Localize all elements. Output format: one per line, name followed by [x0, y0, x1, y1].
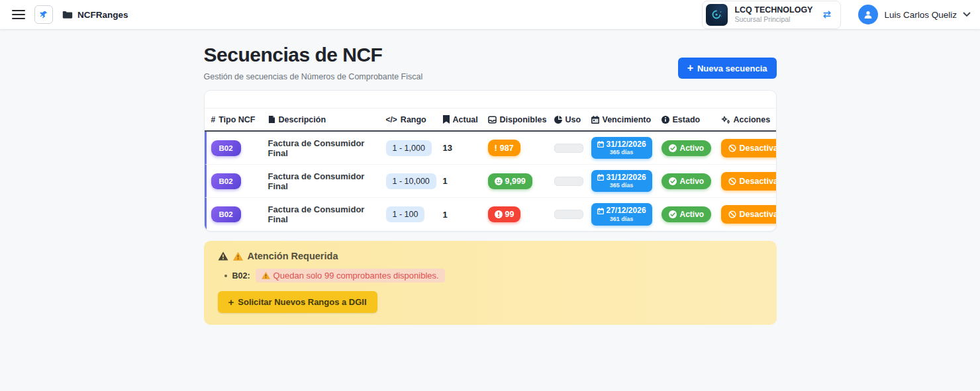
disponibles-badge: 9,999 [488, 173, 532, 189]
check-circle-icon [669, 177, 677, 185]
rango-pill: 1 - 1,000 [386, 140, 432, 156]
warning-emoji-icon [262, 272, 270, 279]
disponibles-badge: ! 987 [488, 140, 520, 156]
header-actual: Actual [443, 115, 488, 124]
check-circle-icon [669, 144, 677, 152]
inbox-icon [488, 116, 497, 124]
descripcion-cell: Factura de Consumidor Final [268, 171, 386, 191]
plus-icon: + [687, 63, 693, 73]
estado-badge: Activo [662, 140, 712, 156]
file-icon [268, 115, 275, 124]
header-rango: </> Rango [386, 115, 443, 124]
calendar-icon [591, 116, 599, 124]
smile-icon [495, 177, 503, 185]
uso-progress-bar [554, 144, 583, 153]
pushpin-icon [39, 10, 48, 19]
folder-icon [62, 11, 73, 19]
table-row: B02 Factura de Consumidor Final 1 - 10,0… [205, 165, 776, 198]
pin-button[interactable] [34, 5, 53, 24]
table-row: B02 Factura de Consumidor Final 1 - 100 … [205, 198, 776, 231]
alert-item-message: Quedan solo 99 comprobantes disponibles. [256, 269, 445, 282]
disponibles-badge: 99 [488, 206, 521, 222]
alert-item-code: B02: [232, 271, 250, 281]
page-title: Secuencias de NCF [204, 44, 423, 66]
avatar [858, 5, 878, 24]
chevron-down-icon [963, 12, 971, 17]
actual-cell: 13 [443, 143, 488, 153]
header-vencimiento: Vencimiento [591, 115, 662, 124]
request-ranges-button[interactable]: + Solicitar Nuevos Rangos a DGII [218, 291, 377, 313]
check-circle-icon [669, 210, 677, 218]
header-descripcion: Descripción [268, 115, 386, 124]
table-header-row: # Tipo NCF Descripción </> Rango Actual … [205, 109, 776, 132]
rango-pill: 1 - 10,000 [386, 173, 436, 189]
vencimiento-badge: 31/12/2026 365 días [591, 170, 652, 192]
estado-badge: Activo [662, 206, 712, 222]
exclamation-circle-icon [495, 210, 503, 218]
warning-emoji-icon [233, 252, 243, 261]
alert-item: B02: Quedan solo 99 comprobantes disponi… [224, 269, 763, 282]
tipo-ncf-badge: B02 [211, 173, 241, 189]
vencimiento-badge: 27/12/2026 361 días [591, 203, 652, 225]
gears-icon [721, 116, 730, 124]
menu-icon[interactable] [12, 10, 25, 19]
main-content: Secuencias de NCF Gestión de secuencias … [204, 29, 777, 325]
header-acciones: Acciones [721, 115, 776, 124]
header-tipo-ncf: # Tipo NCF [211, 115, 268, 124]
ban-icon [728, 144, 736, 152]
descripcion-cell: Factura de Consumidor Final [268, 138, 386, 158]
tipo-ncf-badge: B02 [211, 140, 241, 156]
warning-triangle-icon [218, 251, 228, 261]
tipo-ncf-badge: B02 [211, 206, 241, 222]
info-icon [662, 116, 669, 124]
user-name: Luis Carlos Queliz [884, 10, 957, 20]
page-subtitle: Gestión de secuencias de Números de Comp… [204, 72, 423, 81]
uso-progress-bar [554, 210, 583, 219]
vencimiento-badge: 31/12/2026 365 días [591, 137, 652, 159]
actual-cell: 1 [443, 210, 488, 220]
calendar-icon [597, 208, 604, 214]
company-name: LCQ TECHNOLOGY [734, 5, 812, 16]
plus-icon: + [228, 297, 234, 307]
actual-cell: 1 [443, 176, 488, 186]
header-estado: Estado [662, 115, 721, 124]
header-uso: Uso [554, 115, 591, 124]
switch-branch-icon[interactable] [822, 10, 832, 19]
ban-icon [728, 210, 736, 218]
new-sequence-button[interactable]: + Nueva secuencia [678, 58, 777, 79]
branch-selector[interactable]: LCQ TECHNOLOGY Sucursal Principal [702, 1, 841, 29]
calendar-icon [597, 174, 604, 181]
breadcrumb: NCFRanges [62, 10, 128, 20]
hash-icon: # [211, 115, 216, 124]
user-menu[interactable]: Luis Carlos Queliz [858, 5, 971, 24]
desactivar-button[interactable]: Desactivar [721, 139, 777, 157]
bullet-dot [224, 275, 227, 277]
desactivar-button[interactable]: Desactivar [721, 172, 777, 191]
table-toolbar [205, 91, 776, 109]
code-icon: </> [386, 115, 397, 124]
calendar-icon [597, 141, 604, 148]
header-disponibles: Disponibles [488, 115, 554, 124]
bookmark-icon [443, 115, 450, 124]
page-context-title: NCFRanges [77, 10, 128, 20]
company-logo [706, 4, 728, 26]
uso-progress-bar [554, 177, 583, 186]
ban-icon [728, 177, 736, 185]
estado-badge: Activo [662, 173, 712, 189]
rango-pill: 1 - 100 [386, 206, 425, 222]
descripcion-cell: Factura de Consumidor Final [268, 204, 386, 224]
branch-name: Sucursal Principal [734, 15, 812, 24]
top-bar: NCFRanges LCQ TECHNOLOGY Sucursal Princi… [0, 0, 980, 29]
attention-alert-panel: Atención Requerida B02: Quedan solo 99 c… [204, 241, 777, 325]
alert-title: Atención Requerida [218, 251, 763, 261]
desactivar-button[interactable]: Desactivar [721, 205, 777, 224]
pie-chart-icon [554, 116, 562, 124]
exclamation-icon: ! [495, 143, 497, 153]
sequences-table-card: # Tipo NCF Descripción </> Rango Actual … [204, 90, 777, 232]
table-row: B02 Factura de Consumidor Final 1 - 1,00… [205, 132, 776, 165]
